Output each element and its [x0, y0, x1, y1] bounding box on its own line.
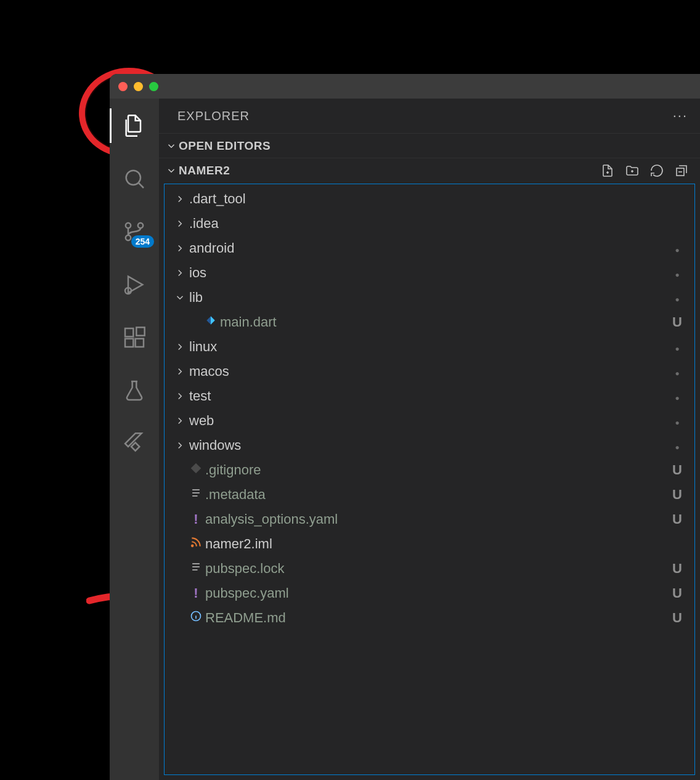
- xml-file-icon: [190, 536, 202, 552]
- dart-file-icon: [205, 314, 217, 330]
- collapse-all-icon[interactable]: [674, 163, 689, 178]
- chevron-right-icon: [172, 341, 188, 352]
- project-name: NAMER2: [179, 164, 230, 177]
- project-section[interactable]: NAMER2: [159, 158, 700, 182]
- git-status: [671, 388, 683, 404]
- vscode-window: 254: [110, 74, 700, 780]
- file-row[interactable]: README.mdU: [165, 606, 694, 630]
- folder-row[interactable]: test: [165, 384, 694, 408]
- activity-explorer[interactable]: [110, 108, 159, 143]
- sidebar-title: EXPLORER: [177, 109, 250, 123]
- svg-rect-6: [125, 339, 133, 347]
- git-status: U: [671, 610, 683, 626]
- refresh-icon[interactable]: [649, 163, 664, 178]
- yaml-file-icon: !: [193, 513, 198, 526]
- file-row[interactable]: pubspec.lockU: [165, 556, 694, 581]
- debug-icon: [122, 272, 147, 297]
- file-label: namer2.iml: [204, 536, 671, 552]
- file-row[interactable]: main.dartU: [165, 310, 694, 335]
- activity-search[interactable]: [110, 161, 159, 196]
- minimize-window-button[interactable]: [134, 82, 143, 91]
- folder-label: windows: [188, 437, 671, 453]
- file-label: .metadata: [204, 487, 671, 503]
- folder-row[interactable]: windows: [165, 433, 694, 458]
- sidebar: EXPLORER ··· OPEN EDITORS NAMER2: [159, 99, 700, 780]
- git-status: [671, 240, 683, 256]
- new-folder-icon[interactable]: [625, 163, 640, 178]
- chevron-right-icon: [172, 440, 188, 451]
- text-file-icon: [190, 487, 202, 503]
- git-status: U: [671, 487, 683, 503]
- file-row[interactable]: !pubspec.yamlU: [165, 581, 694, 606]
- chevron-right-icon: [172, 415, 188, 426]
- git-status: [671, 364, 683, 380]
- chevron-down-icon: [164, 165, 179, 176]
- extensions-icon: [122, 325, 147, 350]
- activity-run-debug[interactable]: [110, 267, 159, 302]
- chevron-right-icon: [172, 391, 188, 402]
- svg-rect-7: [136, 339, 144, 347]
- git-status: U: [671, 585, 683, 601]
- scm-badge: 254: [131, 235, 154, 248]
- info-file-icon: [190, 610, 202, 626]
- chevron-right-icon: [172, 193, 188, 205]
- file-label: main.dart: [219, 314, 671, 330]
- svg-point-0: [126, 171, 140, 185]
- git-status: U: [671, 511, 683, 527]
- file-row[interactable]: !analysis_options.yamlU: [165, 507, 694, 532]
- folder-label: ios: [188, 265, 671, 281]
- file-label: pubspec.lock: [204, 561, 671, 577]
- folder-row[interactable]: .dart_tool: [165, 187, 694, 211]
- chevron-right-icon: [172, 267, 188, 278]
- svg-rect-8: [136, 327, 144, 335]
- chevron-down-icon: [164, 140, 179, 152]
- activity-extensions[interactable]: [110, 320, 159, 355]
- window-body: 254: [110, 99, 700, 780]
- close-window-button[interactable]: [118, 82, 128, 91]
- sidebar-more-button[interactable]: ···: [673, 108, 688, 124]
- folder-label: linux: [188, 339, 671, 355]
- file-row[interactable]: .metadataU: [165, 482, 694, 507]
- file-row[interactable]: .gitignoreU: [165, 458, 694, 482]
- search-icon: [122, 166, 147, 191]
- file-label: README.md: [204, 610, 671, 626]
- git-status: [671, 413, 683, 429]
- file-label: pubspec.yaml: [204, 585, 671, 601]
- git-status: U: [671, 561, 683, 577]
- folder-label: android: [188, 240, 671, 256]
- beaker-icon: [122, 378, 147, 403]
- folder-label: test: [188, 388, 671, 404]
- svg-point-3: [138, 223, 143, 228]
- folder-row[interactable]: ios: [165, 261, 694, 285]
- file-label: analysis_options.yaml: [204, 511, 671, 527]
- zoom-window-button[interactable]: [149, 82, 158, 91]
- folder-label: .idea: [188, 216, 671, 232]
- activity-flutter[interactable]: [110, 426, 159, 461]
- folder-label: lib: [188, 290, 671, 306]
- git-status: U: [671, 314, 683, 330]
- explorer-toolbar: [600, 163, 695, 178]
- folder-row[interactable]: .idea: [165, 211, 694, 236]
- open-editors-section[interactable]: OPEN EDITORS: [159, 133, 700, 158]
- folder-row[interactable]: web: [165, 408, 694, 433]
- folder-row[interactable]: android: [165, 236, 694, 261]
- new-file-icon[interactable]: [600, 163, 615, 178]
- chevron-right-icon: [172, 366, 188, 377]
- sidebar-header: EXPLORER ···: [159, 99, 700, 133]
- folder-row[interactable]: linux: [165, 335, 694, 359]
- activity-bar: 254: [110, 99, 159, 780]
- svg-rect-5: [125, 328, 133, 336]
- file-label: .gitignore: [204, 462, 671, 478]
- files-icon: [122, 113, 147, 138]
- activity-source-control[interactable]: 254: [110, 214, 159, 249]
- svg-point-1: [126, 223, 131, 228]
- folder-row[interactable]: macos: [165, 359, 694, 384]
- chevron-down-icon: [172, 292, 188, 303]
- activity-testing[interactable]: [110, 373, 159, 408]
- svg-point-10: [192, 545, 193, 547]
- text-file-icon: [190, 561, 202, 577]
- chevron-right-icon: [172, 243, 188, 254]
- file-row[interactable]: namer2.iml: [165, 532, 694, 556]
- folder-row[interactable]: lib: [165, 285, 694, 310]
- git-status: [671, 339, 683, 355]
